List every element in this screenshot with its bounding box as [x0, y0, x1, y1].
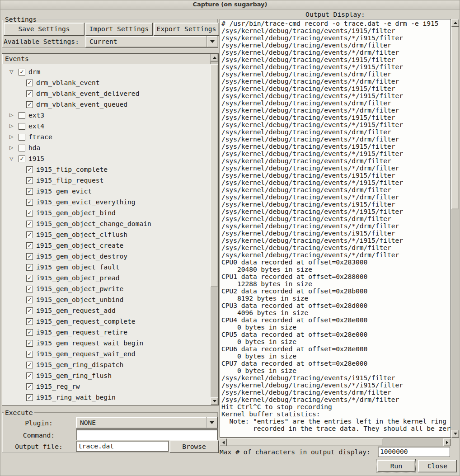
checkbox-checked[interactable]: ✓	[26, 221, 33, 227]
expander-closed-icon[interactable]: ▷	[9, 134, 19, 140]
checkbox-checked[interactable]: ✓	[26, 231, 33, 238]
checkbox-checked[interactable]: ✓	[26, 329, 33, 336]
tree-row-ext3[interactable]: ▷ext3	[2, 110, 211, 121]
checkbox-unchecked[interactable]	[19, 134, 25, 141]
tree-row-i915_gem_request_wait_end[interactable]: ✓i915_gem_request_wait_end	[2, 349, 211, 359]
tree-row-i915_gem_request_add[interactable]: ✓i915_gem_request_add	[2, 305, 211, 316]
checkbox-checked[interactable]: ✓	[26, 90, 33, 97]
checkbox-checked[interactable]: ✓	[26, 101, 33, 108]
tree-row-i915_gem_object_pwrite[interactable]: ✓i915_gem_object_pwrite	[2, 283, 211, 294]
tree-row-i915_gem_object_change_domain[interactable]: ✓i915_gem_object_change_domain	[2, 218, 211, 229]
tree-row-i915_gem_evict_everything[interactable]: ✓i915_gem_evict_everything	[2, 197, 211, 207]
tree-row-drm_vblank_event_queued[interactable]: ✓drm_vblank_event_queued	[2, 99, 211, 110]
tree-row-i915_reg_rw[interactable]: ✓i915_reg_rw	[2, 381, 211, 392]
checkbox-checked[interactable]: ✓	[26, 383, 33, 390]
checkbox-checked[interactable]: ✓	[26, 80, 33, 86]
window-titlebar[interactable]: Capture (on sugarbay)	[0, 0, 460, 9]
scroll-left-icon[interactable]	[220, 438, 227, 446]
events-tree-rows: ▽✓drm✓drm_vblank_event✓drm_vblank_event_…	[2, 66, 211, 403]
tree-row-i915_gem_ring_dispatch[interactable]: ✓i915_gem_ring_dispatch	[2, 359, 211, 370]
events-tree[interactable]: Events ▽✓drm✓drm_vblank_event✓drm_vblank…	[2, 53, 219, 405]
tree-row-i915[interactable]: ▽✓i915	[2, 153, 211, 164]
tree-row-drm[interactable]: ▽✓drm	[2, 66, 211, 77]
expander-open-icon[interactable]: ▽	[9, 69, 19, 75]
checkbox-unchecked[interactable]	[19, 145, 25, 151]
scroll-right-icon[interactable]	[443, 438, 451, 446]
checkbox-checked[interactable]: ✓	[26, 318, 33, 325]
scrollbar-thumb[interactable]	[227, 438, 383, 446]
checkbox-checked[interactable]: ✓	[26, 199, 33, 206]
tree-row-drm_vblank_event_delivered[interactable]: ✓drm_vblank_event_delivered	[2, 88, 211, 99]
tree-row-i915_gem_object_unbind[interactable]: ✓i915_gem_object_unbind	[2, 294, 211, 305]
tree-row-ext4[interactable]: ▷ext4	[2, 121, 211, 132]
expander-closed-icon[interactable]: ▷	[9, 145, 19, 151]
run-button[interactable]: Run	[377, 460, 415, 472]
output-horizontal-scrollbar[interactable]	[220, 438, 451, 446]
scroll-down-icon[interactable]	[451, 430, 459, 438]
events-tree-scrollbar[interactable]	[211, 54, 218, 405]
checkbox-checked[interactable]: ✓	[26, 351, 33, 358]
scroll-up-icon[interactable]	[211, 54, 218, 61]
tree-row-i915_gem_object_pread[interactable]: ✓i915_gem_object_pread	[2, 273, 211, 283]
tree-row-i915_gem_request_complete[interactable]: ✓i915_gem_request_complete	[2, 316, 211, 327]
import-settings-label: Import Settings	[89, 25, 149, 33]
scrollbar-thumb[interactable]	[211, 64, 218, 287]
checkbox-checked[interactable]: ✓	[26, 210, 33, 217]
checkbox-checked[interactable]: ✓	[26, 362, 33, 368]
checkbox-checked[interactable]: ✓	[26, 264, 33, 271]
output-vertical-scrollbar[interactable]	[451, 19, 459, 438]
tree-row-i915_flip_request[interactable]: ✓i915_flip_request	[2, 175, 211, 186]
command-input[interactable]	[76, 429, 218, 440]
output-display[interactable]: # /usr/bin/trace-cmd record -o trace.dat…	[220, 19, 451, 438]
browse-button[interactable]: Browse	[169, 440, 219, 453]
checkbox-checked[interactable]: ✓	[26, 286, 33, 292]
tree-row-i915_gem_object_create[interactable]: ✓i915_gem_object_create	[2, 240, 211, 251]
save-settings-button[interactable]: Save Settings	[4, 23, 84, 36]
checkbox-checked[interactable]: ✓	[26, 394, 33, 401]
checkbox-checked[interactable]: ✓	[26, 253, 33, 260]
checkbox-checked[interactable]: ✓	[26, 188, 33, 195]
tree-row-i915_gem_object_fault[interactable]: ✓i915_gem_object_fault	[2, 262, 211, 273]
run-button-focus-ring: Run	[376, 459, 416, 472]
expander-closed-icon[interactable]: ▷	[9, 113, 19, 118]
scroll-down-icon[interactable]	[211, 397, 218, 405]
output-file-input[interactable]: trace.dat	[76, 441, 169, 452]
tree-row-i915_gem_request_retire[interactable]: ✓i915_gem_request_retire	[2, 327, 211, 338]
checkbox-checked[interactable]: ✓	[26, 297, 33, 303]
checkbox-checked[interactable]: ✓	[19, 69, 25, 75]
available-settings-combobox[interactable]: Current	[85, 36, 218, 47]
tree-row-i915_gem_object_clflush[interactable]: ✓i915_gem_object_clflush	[2, 229, 211, 240]
tree-row-drm_vblank_event[interactable]: ✓drm_vblank_event	[2, 77, 211, 88]
expander-open-icon[interactable]: ▽	[9, 156, 19, 161]
chevron-down-icon[interactable]	[207, 40, 218, 43]
tree-row-ftrace[interactable]: ▷ftrace	[2, 132, 211, 142]
plugin-combobox[interactable]: NONE	[76, 417, 218, 429]
tree-row-i915_ring_wait_begin[interactable]: ✓i915_ring_wait_begin	[2, 392, 211, 403]
tree-row-i915_gem_ring_flush[interactable]: ✓i915_gem_ring_flush	[2, 370, 211, 381]
scroll-up-icon[interactable]	[451, 19, 459, 27]
checkbox-checked[interactable]: ✓	[26, 307, 33, 314]
close-button[interactable]: Close	[418, 460, 457, 472]
tree-row-i915_gem_object_bind[interactable]: ✓i915_gem_object_bind	[2, 207, 211, 218]
tree-row-i915_gem_object_destroy[interactable]: ✓i915_gem_object_destroy	[2, 251, 211, 262]
checkbox-checked[interactable]: ✓	[26, 242, 33, 249]
tree-row-hda[interactable]: ▷hda	[2, 142, 211, 153]
checkbox-checked[interactable]: ✓	[26, 340, 33, 347]
checkbox-unchecked[interactable]	[19, 112, 25, 119]
import-settings-button[interactable]: Import Settings	[85, 23, 153, 36]
checkbox-unchecked[interactable]	[19, 123, 25, 130]
checkbox-checked[interactable]: ✓	[26, 177, 33, 184]
export-settings-button[interactable]: Export Settings	[154, 23, 219, 36]
checkbox-checked[interactable]: ✓	[26, 166, 33, 173]
tree-row-i915_gem_evict[interactable]: ✓i915_gem_evict	[2, 186, 211, 197]
checkbox-checked[interactable]: ✓	[26, 372, 33, 379]
scrollbar-thumb[interactable]	[451, 27, 459, 209]
tree-row-i915_gem_request_wait_begin[interactable]: ✓i915_gem_request_wait_begin	[2, 338, 211, 349]
events-column-header[interactable]: Events	[2, 54, 211, 64]
max-chars-input[interactable]: 1000000	[378, 447, 450, 457]
checkbox-checked[interactable]: ✓	[19, 156, 25, 162]
expander-closed-icon[interactable]: ▷	[9, 123, 19, 129]
checkbox-checked[interactable]: ✓	[26, 275, 33, 282]
chevron-down-icon[interactable]	[207, 421, 217, 424]
tree-row-i915_flip_complete[interactable]: ✓i915_flip_complete	[2, 164, 211, 175]
